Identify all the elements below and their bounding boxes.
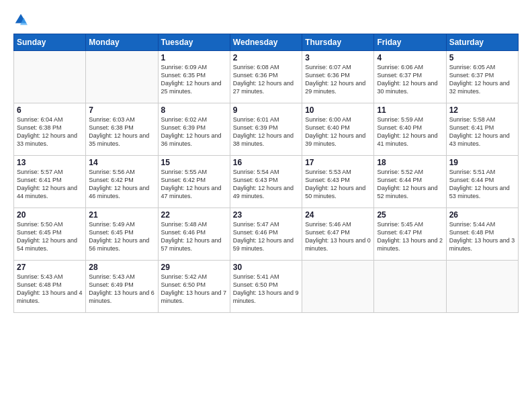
cell-info: Sunrise: 5:48 AMSunset: 6:46 PMDaylight:… — [161, 220, 227, 253]
calendar-cell: 2Sunrise: 6:08 AMSunset: 6:36 PMDaylight… — [230, 51, 302, 103]
day-number: 25 — [377, 210, 443, 220]
week-row-5: 27Sunrise: 5:43 AMSunset: 6:48 PMDayligh… — [14, 261, 519, 313]
calendar-cell: 25Sunrise: 5:45 AMSunset: 6:47 PMDayligh… — [374, 208, 446, 261]
calendar-cell: 7Sunrise: 6:03 AMSunset: 6:38 PMDaylight… — [86, 103, 158, 156]
calendar-cell: 15Sunrise: 5:55 AMSunset: 6:42 PMDayligh… — [158, 156, 230, 208]
day-number: 13 — [17, 158, 83, 167]
day-number: 6 — [17, 105, 83, 115]
cell-info: Sunrise: 6:03 AMSunset: 6:38 PMDaylight:… — [89, 116, 154, 148]
calendar-cell: 22Sunrise: 5:48 AMSunset: 6:46 PMDayligh… — [158, 208, 230, 261]
calendar-cell: 13Sunrise: 5:57 AMSunset: 6:41 PMDayligh… — [14, 156, 86, 208]
day-number: 3 — [305, 53, 371, 62]
weekday-header-wednesday: Wednesday — [230, 34, 302, 51]
cell-info: Sunrise: 6:06 AMSunset: 6:37 PMDaylight:… — [377, 63, 443, 96]
calendar-cell — [86, 51, 158, 103]
cell-info: Sunrise: 5:55 AMSunset: 6:42 PMDaylight:… — [161, 168, 227, 201]
day-number: 22 — [161, 210, 227, 220]
calendar-cell: 6Sunrise: 6:04 AMSunset: 6:38 PMDaylight… — [14, 103, 86, 156]
cell-info: Sunrise: 6:00 AMSunset: 6:40 PMDaylight:… — [305, 116, 371, 148]
calendar-cell: 10Sunrise: 6:00 AMSunset: 6:40 PMDayligh… — [302, 103, 374, 156]
day-number: 12 — [449, 105, 515, 115]
day-number: 24 — [305, 210, 371, 220]
calendar-cell: 17Sunrise: 5:53 AMSunset: 6:43 PMDayligh… — [302, 156, 374, 208]
day-number: 27 — [17, 263, 83, 272]
cell-info: Sunrise: 6:02 AMSunset: 6:39 PMDaylight:… — [161, 116, 227, 148]
day-number: 8 — [161, 105, 227, 115]
cell-info: Sunrise: 5:44 AMSunset: 6:48 PMDaylight:… — [449, 220, 515, 253]
day-number: 4 — [377, 53, 443, 62]
day-number: 29 — [161, 263, 227, 272]
cell-info: Sunrise: 5:53 AMSunset: 6:43 PMDaylight:… — [305, 168, 371, 201]
cell-info: Sunrise: 6:08 AMSunset: 6:36 PMDaylight:… — [233, 63, 299, 96]
calendar-cell: 19Sunrise: 5:51 AMSunset: 6:44 PMDayligh… — [446, 156, 518, 208]
calendar-cell: 20Sunrise: 5:50 AMSunset: 6:45 PMDayligh… — [14, 208, 86, 261]
calendar-cell: 29Sunrise: 5:42 AMSunset: 6:50 PMDayligh… — [158, 261, 230, 313]
day-number: 1 — [161, 53, 227, 62]
week-row-1: 1Sunrise: 6:09 AMSunset: 6:35 PMDaylight… — [14, 51, 519, 103]
calendar-table: SundayMondayTuesdayWednesdayThursdayFrid… — [13, 34, 519, 313]
calendar-cell: 16Sunrise: 5:54 AMSunset: 6:43 PMDayligh… — [230, 156, 302, 208]
cell-info: Sunrise: 5:45 AMSunset: 6:47 PMDaylight:… — [377, 220, 443, 253]
weekday-header-sunday: Sunday — [14, 34, 86, 51]
day-number: 28 — [89, 263, 154, 272]
calendar-cell: 8Sunrise: 6:02 AMSunset: 6:39 PMDaylight… — [158, 103, 230, 156]
week-row-4: 20Sunrise: 5:50 AMSunset: 6:45 PMDayligh… — [14, 208, 519, 261]
day-number: 14 — [89, 158, 154, 167]
weekday-header-row: SundayMondayTuesdayWednesdayThursdayFrid… — [14, 34, 519, 51]
cell-info: Sunrise: 5:56 AMSunset: 6:42 PMDaylight:… — [89, 168, 154, 201]
day-number: 21 — [89, 210, 154, 220]
calendar-cell: 3Sunrise: 6:07 AMSunset: 6:36 PMDaylight… — [302, 51, 374, 103]
header — [13, 12, 519, 27]
cell-info: Sunrise: 5:42 AMSunset: 6:50 PMDaylight:… — [161, 273, 227, 306]
weekday-header-friday: Friday — [374, 34, 446, 51]
calendar-cell: 28Sunrise: 5:43 AMSunset: 6:49 PMDayligh… — [86, 261, 158, 313]
page: SundayMondayTuesdayWednesdayThursdayFrid… — [0, 0, 532, 411]
calendar-cell: 30Sunrise: 5:41 AMSunset: 6:50 PMDayligh… — [230, 261, 302, 313]
cell-info: Sunrise: 5:51 AMSunset: 6:44 PMDaylight:… — [449, 168, 515, 201]
day-number: 7 — [89, 105, 154, 115]
day-number: 16 — [233, 158, 299, 167]
calendar-cell — [302, 261, 374, 313]
cell-info: Sunrise: 5:47 AMSunset: 6:46 PMDaylight:… — [233, 220, 299, 253]
logo — [13, 12, 30, 27]
calendar-cell: 23Sunrise: 5:47 AMSunset: 6:46 PMDayligh… — [230, 208, 302, 261]
calendar-cell: 9Sunrise: 6:01 AMSunset: 6:39 PMDaylight… — [230, 103, 302, 156]
cell-info: Sunrise: 5:49 AMSunset: 6:45 PMDaylight:… — [89, 220, 154, 253]
calendar-cell: 1Sunrise: 6:09 AMSunset: 6:35 PMDaylight… — [158, 51, 230, 103]
calendar-cell: 5Sunrise: 6:05 AMSunset: 6:37 PMDaylight… — [446, 51, 518, 103]
calendar-cell: 14Sunrise: 5:56 AMSunset: 6:42 PMDayligh… — [86, 156, 158, 208]
week-row-2: 6Sunrise: 6:04 AMSunset: 6:38 PMDaylight… — [14, 103, 519, 156]
cell-info: Sunrise: 5:46 AMSunset: 6:47 PMDaylight:… — [305, 220, 371, 253]
weekday-header-monday: Monday — [86, 34, 158, 51]
cell-info: Sunrise: 5:57 AMSunset: 6:41 PMDaylight:… — [17, 168, 83, 201]
day-number: 5 — [449, 53, 515, 62]
calendar-cell: 18Sunrise: 5:52 AMSunset: 6:44 PMDayligh… — [374, 156, 446, 208]
day-number: 18 — [377, 158, 443, 167]
cell-info: Sunrise: 6:05 AMSunset: 6:37 PMDaylight:… — [449, 63, 515, 96]
day-number: 26 — [449, 210, 515, 220]
calendar-cell: 12Sunrise: 5:58 AMSunset: 6:41 PMDayligh… — [446, 103, 518, 156]
calendar-cell — [14, 51, 86, 103]
cell-info: Sunrise: 5:43 AMSunset: 6:49 PMDaylight:… — [89, 273, 154, 306]
cell-info: Sunrise: 5:41 AMSunset: 6:50 PMDaylight:… — [233, 273, 299, 306]
weekday-header-thursday: Thursday — [302, 34, 374, 51]
week-row-3: 13Sunrise: 5:57 AMSunset: 6:41 PMDayligh… — [14, 156, 519, 208]
cell-info: Sunrise: 6:04 AMSunset: 6:38 PMDaylight:… — [17, 116, 83, 148]
calendar-cell: 4Sunrise: 6:06 AMSunset: 6:37 PMDaylight… — [374, 51, 446, 103]
cell-info: Sunrise: 5:52 AMSunset: 6:44 PMDaylight:… — [377, 168, 443, 201]
day-number: 30 — [233, 263, 299, 272]
cell-info: Sunrise: 5:54 AMSunset: 6:43 PMDaylight:… — [233, 168, 299, 201]
day-number: 23 — [233, 210, 299, 220]
day-number: 17 — [305, 158, 371, 167]
day-number: 15 — [161, 158, 227, 167]
day-number: 2 — [233, 53, 299, 62]
calendar-cell — [446, 261, 518, 313]
cell-info: Sunrise: 5:50 AMSunset: 6:45 PMDaylight:… — [17, 220, 83, 253]
weekday-header-tuesday: Tuesday — [158, 34, 230, 51]
calendar-cell: 11Sunrise: 5:59 AMSunset: 6:40 PMDayligh… — [374, 103, 446, 156]
cell-info: Sunrise: 5:59 AMSunset: 6:40 PMDaylight:… — [377, 116, 443, 148]
day-number: 10 — [305, 105, 371, 115]
cell-info: Sunrise: 6:01 AMSunset: 6:39 PMDaylight:… — [233, 116, 299, 148]
day-number: 9 — [233, 105, 299, 115]
calendar-cell: 27Sunrise: 5:43 AMSunset: 6:48 PMDayligh… — [14, 261, 86, 313]
